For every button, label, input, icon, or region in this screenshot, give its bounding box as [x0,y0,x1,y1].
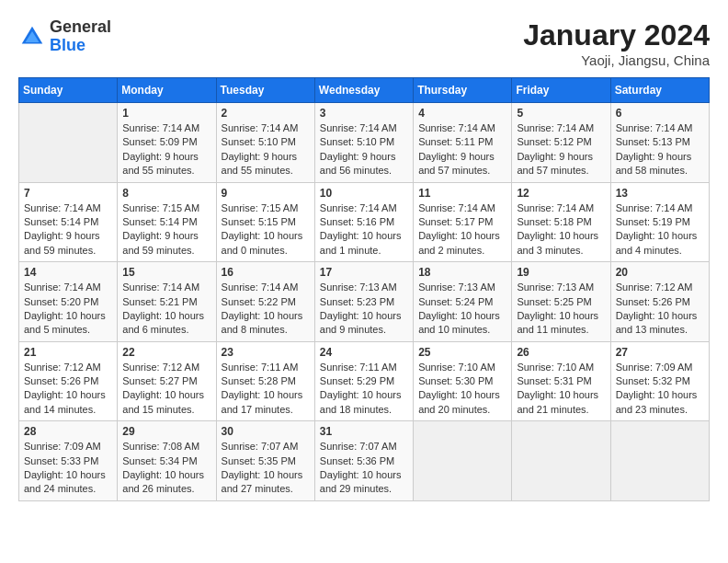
day-header-row: SundayMondayTuesdayWednesdayThursdayFrid… [19,78,710,103]
day-header-monday: Monday [118,78,216,103]
day-number: 1 [122,107,210,120]
day-number: 5 [517,107,605,120]
day-cell: 23Sunrise: 7:11 AMSunset: 5:28 PMDayligh… [216,341,314,421]
day-cell: 14Sunrise: 7:14 AMSunset: 5:20 PMDayligh… [19,262,118,342]
day-cell: 5Sunrise: 7:14 AMSunset: 5:12 PMDaylight… [512,103,610,183]
day-number: 6 [616,107,704,120]
page-header: General Blue January 2024 Yaoji, Jiangsu… [18,18,710,68]
day-number: 7 [24,187,112,200]
day-info: Sunrise: 7:12 AMSunset: 5:27 PMDaylight:… [122,361,210,418]
day-number: 23 [222,346,310,359]
day-info: Sunrise: 7:14 AMSunset: 5:10 PMDaylight:… [222,121,310,178]
day-number: 28 [24,425,112,438]
day-info: Sunrise: 7:14 AMSunset: 5:14 PMDaylight:… [24,201,112,259]
day-number: 22 [122,346,210,359]
day-cell: 9Sunrise: 7:15 AMSunset: 5:15 PMDaylight… [216,182,314,262]
calendar-table: SundayMondayTuesdayWednesdayThursdayFrid… [18,77,710,501]
day-info: Sunrise: 7:14 AMSunset: 5:21 PMDaylight:… [122,281,210,338]
day-info: Sunrise: 7:15 AMSunset: 5:14 PMDaylight:… [122,201,210,259]
day-cell: 3Sunrise: 7:14 AMSunset: 5:10 PMDaylight… [314,103,413,183]
day-cell [610,421,709,501]
day-cell: 7Sunrise: 7:14 AMSunset: 5:14 PMDaylight… [19,182,118,262]
day-number: 26 [517,346,605,359]
day-number: 18 [418,266,506,279]
logo-blue-text: Blue [50,36,85,54]
day-cell: 11Sunrise: 7:14 AMSunset: 5:17 PMDayligh… [414,182,512,262]
day-cell [19,103,118,183]
day-info: Sunrise: 7:10 AMSunset: 5:30 PMDaylight:… [418,361,506,418]
day-number: 14 [24,266,112,279]
day-number: 19 [517,266,605,279]
day-cell: 31Sunrise: 7:07 AMSunset: 5:36 PMDayligh… [314,421,413,501]
day-cell: 29Sunrise: 7:08 AMSunset: 5:34 PMDayligh… [118,421,216,501]
day-header-sunday: Sunday [19,78,118,103]
logo-general-text: General [50,17,111,36]
day-cell: 12Sunrise: 7:14 AMSunset: 5:18 PMDayligh… [512,182,610,262]
day-info: Sunrise: 7:14 AMSunset: 5:09 PMDaylight:… [122,121,210,178]
day-info: Sunrise: 7:14 AMSunset: 5:17 PMDaylight:… [418,201,506,259]
day-info: Sunrise: 7:14 AMSunset: 5:10 PMDaylight:… [320,121,408,178]
logo: General Blue [18,18,111,55]
day-cell: 4Sunrise: 7:14 AMSunset: 5:11 PMDaylight… [414,103,512,183]
day-info: Sunrise: 7:14 AMSunset: 5:22 PMDaylight:… [222,281,310,338]
day-info: Sunrise: 7:09 AMSunset: 5:33 PMDaylight:… [24,440,112,497]
day-cell: 27Sunrise: 7:09 AMSunset: 5:32 PMDayligh… [610,341,709,421]
day-cell: 26Sunrise: 7:10 AMSunset: 5:31 PMDayligh… [512,341,610,421]
day-info: Sunrise: 7:12 AMSunset: 5:26 PMDaylight:… [616,281,704,338]
day-cell: 28Sunrise: 7:09 AMSunset: 5:33 PMDayligh… [19,421,118,501]
day-header-thursday: Thursday [414,78,512,103]
day-cell: 2Sunrise: 7:14 AMSunset: 5:10 PMDaylight… [216,103,314,183]
day-info: Sunrise: 7:13 AMSunset: 5:25 PMDaylight:… [517,281,605,338]
day-number: 16 [222,266,310,279]
day-cell: 10Sunrise: 7:14 AMSunset: 5:16 PMDayligh… [314,182,413,262]
day-number: 24 [320,346,408,359]
day-number: 21 [24,346,112,359]
day-info: Sunrise: 7:15 AMSunset: 5:15 PMDaylight:… [222,201,310,259]
day-number: 8 [122,187,210,200]
day-number: 31 [320,425,408,438]
day-cell [512,421,610,501]
day-info: Sunrise: 7:07 AMSunset: 5:35 PMDaylight:… [222,440,310,497]
day-cell: 1Sunrise: 7:14 AMSunset: 5:09 PMDaylight… [118,103,216,183]
day-info: Sunrise: 7:09 AMSunset: 5:32 PMDaylight:… [616,361,704,418]
day-info: Sunrise: 7:14 AMSunset: 5:16 PMDaylight:… [320,201,408,259]
calendar-body: 1Sunrise: 7:14 AMSunset: 5:09 PMDaylight… [19,103,710,501]
day-number: 27 [616,346,704,359]
day-cell: 22Sunrise: 7:12 AMSunset: 5:27 PMDayligh… [118,341,216,421]
week-row-5: 28Sunrise: 7:09 AMSunset: 5:33 PMDayligh… [19,421,710,501]
day-cell: 25Sunrise: 7:10 AMSunset: 5:30 PMDayligh… [414,341,512,421]
day-cell: 13Sunrise: 7:14 AMSunset: 5:19 PMDayligh… [610,182,709,262]
day-cell: 15Sunrise: 7:14 AMSunset: 5:21 PMDayligh… [118,262,216,342]
week-row-4: 21Sunrise: 7:12 AMSunset: 5:26 PMDayligh… [19,341,710,421]
day-info: Sunrise: 7:08 AMSunset: 5:34 PMDaylight:… [122,440,210,497]
day-number: 30 [222,425,310,438]
day-info: Sunrise: 7:13 AMSunset: 5:23 PMDaylight:… [320,281,408,338]
logo-text: General Blue [50,18,111,55]
day-info: Sunrise: 7:11 AMSunset: 5:29 PMDaylight:… [320,361,408,418]
day-info: Sunrise: 7:14 AMSunset: 5:20 PMDaylight:… [24,281,112,338]
day-number: 17 [320,266,408,279]
day-info: Sunrise: 7:14 AMSunset: 5:13 PMDaylight:… [616,121,704,178]
day-info: Sunrise: 7:13 AMSunset: 5:24 PMDaylight:… [418,281,506,338]
week-row-1: 1Sunrise: 7:14 AMSunset: 5:09 PMDaylight… [19,103,710,183]
day-number: 10 [320,187,408,200]
title-block: January 2024 Yaoji, Jiangsu, China [523,18,710,68]
day-number: 4 [418,107,506,120]
day-number: 2 [222,107,310,120]
day-number: 12 [517,187,605,200]
day-header-wednesday: Wednesday [314,78,413,103]
day-cell: 16Sunrise: 7:14 AMSunset: 5:22 PMDayligh… [216,262,314,342]
day-cell: 24Sunrise: 7:11 AMSunset: 5:29 PMDayligh… [314,341,413,421]
day-number: 3 [320,107,408,120]
day-info: Sunrise: 7:14 AMSunset: 5:19 PMDaylight:… [616,201,704,259]
day-cell: 20Sunrise: 7:12 AMSunset: 5:26 PMDayligh… [610,262,709,342]
day-info: Sunrise: 7:14 AMSunset: 5:12 PMDaylight:… [517,121,605,178]
day-info: Sunrise: 7:14 AMSunset: 5:18 PMDaylight:… [517,201,605,259]
location: Yaoji, Jiangsu, China [523,52,710,68]
day-number: 11 [418,187,506,200]
day-number: 9 [222,187,310,200]
day-header-saturday: Saturday [610,78,709,103]
day-number: 25 [418,346,506,359]
day-header-friday: Friday [512,78,610,103]
week-row-3: 14Sunrise: 7:14 AMSunset: 5:20 PMDayligh… [19,262,710,342]
